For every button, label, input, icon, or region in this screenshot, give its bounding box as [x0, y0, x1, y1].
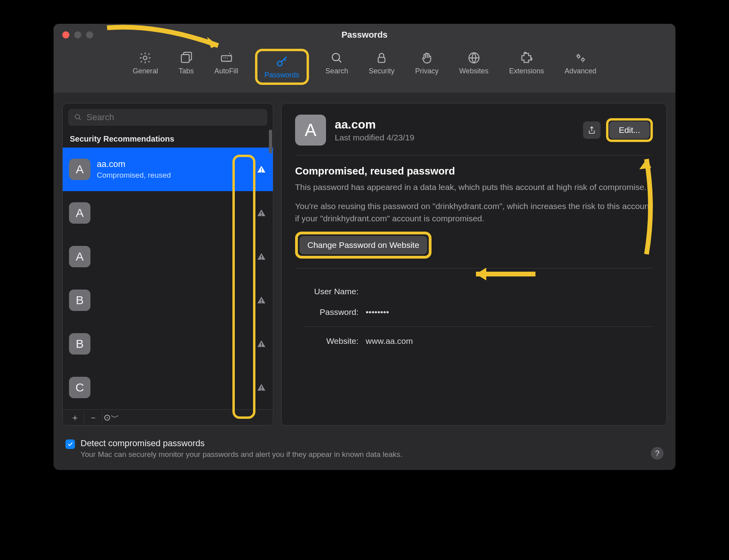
password-sidebar: Security Recommendations A aa.com Compro… — [62, 103, 273, 426]
gears-icon — [574, 51, 587, 65]
warning-icon — [256, 208, 267, 218]
share-icon — [587, 126, 596, 134]
edit-button[interactable]: Edit... — [609, 121, 650, 139]
search-field[interactable] — [68, 109, 267, 126]
tab-privacy[interactable]: Privacy — [411, 49, 443, 85]
warning-icon — [256, 382, 267, 393]
detail-panel: A aa.com Last modified 4/23/19 Edit... — [281, 103, 667, 426]
tab-advanced[interactable]: Advanced — [560, 49, 600, 85]
warning-paragraph-2: You're also reusing this password on "dr… — [295, 200, 653, 224]
search-icon — [330, 51, 343, 65]
close-button[interactable] — [62, 31, 69, 38]
lock-icon — [375, 51, 388, 65]
more-button[interactable]: ⊙﹀ — [102, 412, 121, 424]
svg-point-7 — [577, 55, 579, 58]
tab-tabs[interactable]: Tabs — [175, 49, 198, 85]
tab-label: Security — [369, 67, 395, 75]
zoom-button[interactable] — [86, 31, 93, 38]
row-avatar: B — [69, 333, 90, 355]
detail-header: A aa.com Last modified 4/23/19 Edit... — [295, 115, 653, 146]
key-icon — [275, 55, 289, 69]
row-avatar: A — [69, 246, 90, 267]
edit-label: Edit... — [619, 125, 640, 135]
traffic-lights — [62, 31, 93, 38]
tab-label: Search — [326, 67, 348, 75]
tab-label: Websites — [459, 67, 489, 75]
warning-paragraph-1: This password has appeared in a data lea… — [295, 181, 653, 193]
tab-general[interactable]: General — [129, 49, 162, 85]
check-icon — [67, 441, 73, 447]
highlight-edit: Edit... — [606, 118, 653, 142]
titlebar: Passwords — [54, 24, 675, 46]
svg-rect-2 — [221, 56, 232, 61]
globe-icon — [467, 51, 481, 65]
row-avatar: B — [69, 290, 90, 311]
detail-subtitle: Last modified 4/23/19 — [335, 133, 574, 142]
row-avatar: C — [69, 377, 90, 398]
warning-body: This password has appeared in a data lea… — [295, 181, 653, 224]
field-username: User Name: — [303, 281, 653, 302]
tab-label: AutoFill — [215, 67, 238, 75]
gear-icon — [138, 51, 152, 65]
tab-websites[interactable]: Websites — [455, 49, 493, 85]
detail-title: aa.com — [335, 118, 574, 131]
website-label: Website: — [303, 336, 359, 346]
password-list-row[interactable]: B — [63, 278, 273, 322]
tab-autofill[interactable]: AutoFill — [211, 49, 242, 85]
svg-point-3 — [277, 61, 282, 66]
password-list-row[interactable]: A aa.com Compromised, reused — [63, 148, 273, 191]
row-avatar: A — [69, 202, 90, 224]
password-label: Password: — [303, 307, 359, 317]
warning-icon — [256, 251, 267, 262]
divider — [295, 268, 653, 268]
tab-security[interactable]: Security — [365, 49, 399, 85]
svg-rect-1 — [181, 55, 189, 63]
change-password-button[interactable]: Change Password on Website — [299, 236, 427, 254]
password-list-row[interactable]: A — [63, 235, 273, 278]
preferences-toolbar: General Tabs AutoFill Passwords Search S… — [54, 46, 675, 93]
password-value[interactable]: •••••••• — [366, 307, 389, 317]
footer: Detect compromised passwords Your Mac ca… — [54, 433, 675, 470]
hand-icon — [420, 51, 434, 65]
sidebar-toolbar: ＋ － ⊙﹀ — [63, 409, 273, 425]
username-label: User Name: — [303, 287, 359, 296]
tab-search[interactable]: Search — [322, 49, 352, 85]
change-password-label: Change Password on Website — [307, 240, 419, 250]
tab-label: Extensions — [509, 67, 544, 75]
highlight-change-password: Change Password on Website — [295, 232, 432, 259]
minimize-button[interactable] — [74, 31, 81, 38]
row-subtitle: Compromised, reused — [97, 171, 250, 180]
warning-icon — [256, 339, 267, 349]
password-list-row[interactable]: A — [63, 191, 273, 235]
tab-passwords[interactable]: Passwords — [261, 53, 303, 82]
website-value[interactable]: www.aa.com — [366, 336, 413, 346]
tab-label: Tabs — [179, 67, 194, 75]
tab-label: General — [132, 67, 158, 75]
warning-icon — [256, 164, 267, 175]
remove-button[interactable]: － — [84, 412, 102, 424]
password-list-row[interactable]: B — [63, 322, 273, 366]
field-website: Website: www.aa.com — [303, 331, 653, 351]
password-list-row[interactable]: C — [63, 366, 273, 409]
row-title: aa.com — [97, 159, 250, 169]
search-input[interactable] — [86, 112, 262, 123]
tab-label: Passwords — [265, 71, 299, 79]
share-button[interactable] — [583, 121, 600, 139]
tab-extensions[interactable]: Extensions — [505, 49, 548, 85]
scrollbar-thumb[interactable] — [269, 130, 272, 153]
warning-icon — [256, 295, 267, 305]
svg-point-8 — [581, 58, 584, 61]
tab-label: Advanced — [564, 67, 596, 75]
svg-rect-5 — [378, 58, 385, 63]
footer-subtitle: Your Mac can securely monitor your passw… — [81, 450, 402, 459]
credential-fields: User Name: Password: •••••••• Website: w… — [295, 278, 653, 351]
row-avatar: A — [69, 159, 90, 180]
window-title: Passwords — [54, 30, 675, 40]
sidebar-section-header: Security Recommendations — [63, 130, 273, 148]
content-body: Security Recommendations A aa.com Compro… — [54, 93, 675, 433]
detect-compromised-checkbox[interactable] — [65, 439, 75, 449]
field-password: Password: •••••••• — [303, 302, 653, 322]
password-list[interactable]: A aa.com Compromised, reused A A B B — [63, 148, 273, 409]
add-button[interactable]: ＋ — [66, 412, 84, 424]
help-button[interactable]: ? — [651, 447, 664, 460]
